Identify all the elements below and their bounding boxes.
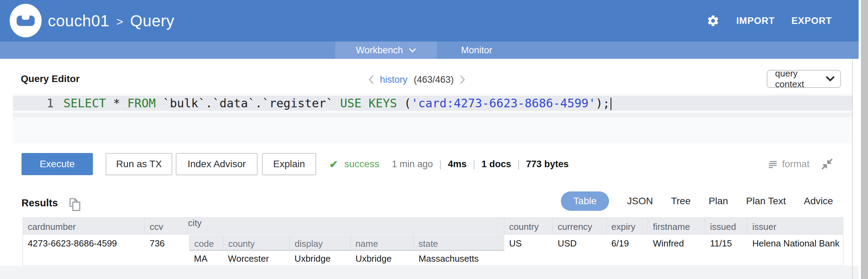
tab-advice[interactable]: Advice	[804, 196, 833, 207]
tab-table[interactable]: Table	[561, 191, 609, 211]
header-actions: IMPORT EXPORT	[706, 0, 832, 42]
format-label: format	[782, 159, 809, 170]
import-button[interactable]: IMPORT	[736, 16, 775, 26]
cell-cardnumber: 4273-6623-8686-4599	[23, 235, 145, 266]
content-divider-line	[852, 60, 853, 279]
export-button[interactable]: EXPORT	[791, 16, 832, 26]
cell-firstname: Winfred	[648, 235, 705, 266]
nested-column-name: name	[351, 236, 414, 250]
line-number: 1	[13, 96, 63, 110]
execute-button[interactable]: Execute	[21, 153, 93, 175]
cell-ccv: 736	[145, 235, 188, 266]
column-header-currency: currency	[553, 218, 607, 234]
column-header-firstname: firstname	[648, 218, 705, 234]
nested-value-row: MA Worcester Uxbridge Uxbridge Massachus…	[189, 251, 504, 265]
cell-currency: USD	[553, 235, 607, 266]
nested-column-county: county	[223, 236, 290, 250]
couch-glyph	[17, 16, 35, 26]
tab-plan-text[interactable]: Plan Text	[746, 196, 786, 207]
window-scrollbar[interactable]	[861, 0, 868, 279]
copy-results-icon[interactable]	[67, 197, 82, 213]
status-byte-size: 773 bytes	[526, 159, 569, 170]
column-header-city: city	[188, 218, 504, 234]
code-token: *	[106, 96, 127, 110]
status-doc-count: 1 docs	[481, 159, 511, 170]
tab-monitor[interactable]: Monitor	[437, 42, 517, 59]
cell-expiry: 6/19	[607, 235, 648, 266]
nested-column-state: state	[414, 236, 504, 250]
nested-cell-state: Massachusetts	[414, 251, 504, 265]
history-next-icon[interactable]	[460, 74, 466, 85]
code-token: `bulk`.`data`.`register`	[156, 96, 340, 110]
nested-city-table: code county display name state MA Worces…	[189, 235, 504, 265]
editor-secondary-line	[13, 113, 852, 117]
couchbase-logo-icon[interactable]	[10, 4, 42, 37]
table-row: 4273-6623-8686-4599 736 code county disp…	[23, 235, 843, 266]
status-divider: |	[473, 159, 475, 170]
column-header-issued: issued	[705, 218, 747, 234]
success-check-icon: ✔	[329, 158, 338, 170]
tab-tree[interactable]: Tree	[671, 196, 691, 207]
text-cursor	[610, 98, 611, 110]
workbench-label: Workbench	[356, 45, 403, 56]
query-context-value: query context	[767, 68, 826, 90]
format-button[interactable]: format	[767, 153, 809, 175]
nested-column-code: code	[190, 236, 224, 250]
chevron-down-icon	[826, 76, 835, 82]
cell-city: code county display name state MA Worces…	[188, 235, 504, 266]
page-background-strip	[0, 266, 859, 279]
tab-workbench[interactable]: Workbench	[335, 42, 437, 59]
history-prev-icon[interactable]	[368, 74, 374, 85]
cell-country: US	[504, 235, 553, 266]
code-token: 'card:4273-6623-8686-4599'	[411, 96, 596, 110]
run-as-tx-button[interactable]: Run as TX	[106, 153, 172, 175]
cell-issued: 11/15	[705, 235, 747, 266]
code-token: );	[596, 96, 610, 110]
app-header: couch01 > Query IMPORT EXPORT	[0, 0, 859, 42]
status-divider: |	[439, 159, 442, 170]
results-title: Results	[21, 197, 58, 209]
sub-nav: Workbench Monitor	[0, 42, 859, 59]
column-header-expiry: expiry	[607, 218, 648, 234]
nested-cell-display: Uxbridge	[290, 251, 351, 265]
editor-active-line: 1 SELECT * FROM `bulk`.`data`.`register`…	[13, 96, 852, 111]
nested-cell-county: Worcester	[223, 251, 290, 265]
status-elapsed: 4ms	[448, 159, 467, 170]
nested-column-display: display	[290, 236, 351, 250]
column-header-cardnumber: cardnumber	[23, 218, 145, 234]
nested-header-row: code county display name state	[189, 235, 504, 251]
query-status: ✔ success 1 min ago | 4ms | 1 docs | 773…	[329, 153, 569, 175]
column-header-country: country	[504, 218, 553, 234]
breadcrumb: couch01 > Query	[48, 0, 174, 42]
status-state: success	[344, 159, 379, 170]
status-divider: |	[518, 159, 520, 170]
code-token: (	[397, 96, 411, 110]
code-token: FROM	[127, 96, 156, 110]
history-nav: history (463/463)	[368, 71, 466, 88]
cell-issuer: Helena National Bank	[747, 235, 843, 266]
couchbase-query-workbench: couch01 > Query IMPORT EXPORT Workbench …	[0, 0, 868, 279]
format-lines-icon	[767, 158, 779, 170]
settings-gear-icon[interactable]	[706, 14, 720, 27]
query-editor-title: Query Editor	[21, 73, 80, 84]
explain-button[interactable]: Explain	[262, 153, 316, 175]
query-text: SELECT * FROM `bulk`.`data`.`register` U…	[63, 96, 611, 110]
history-link[interactable]: history	[380, 74, 408, 85]
results-table: cardnumber ccv city country currency exp…	[23, 217, 843, 266]
column-header-issuer: issuer	[747, 218, 843, 234]
nested-cell-name: Uxbridge	[351, 251, 414, 265]
code-editor[interactable]: 1 SELECT * FROM `bulk`.`data`.`register`…	[13, 93, 852, 143]
collapse-editor-icon[interactable]	[820, 157, 834, 171]
nested-cell-code: MA	[189, 251, 223, 265]
cluster-name: couch01	[48, 11, 109, 30]
tab-json[interactable]: JSON	[627, 196, 653, 207]
table-header-row: cardnumber ccv city country currency exp…	[23, 217, 843, 235]
code-token: SELECT	[63, 96, 106, 110]
code-token: USE KEYS	[340, 96, 397, 110]
query-context-select[interactable]: query context	[767, 70, 841, 88]
history-counter: (463/463)	[414, 74, 454, 85]
chevron-down-icon	[409, 48, 416, 53]
tab-plan[interactable]: Plan	[709, 196, 728, 207]
index-advisor-button[interactable]: Index Advisor	[176, 153, 258, 175]
column-header-ccv: ccv	[145, 218, 188, 234]
